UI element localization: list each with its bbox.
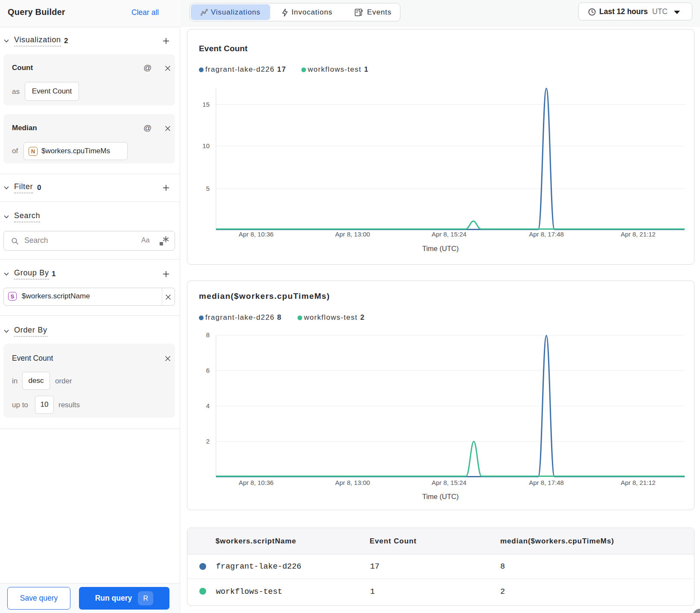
svg-text:Apr 8, 13:00: Apr 8, 13:00 <box>335 231 370 238</box>
svg-text:Apr 8, 10:36: Apr 8, 10:36 <box>239 231 274 238</box>
svg-text:Apr 8, 15:24: Apr 8, 15:24 <box>432 231 467 238</box>
svg-text:Apr 8, 21:12: Apr 8, 21:12 <box>621 479 656 486</box>
svg-text:10: 10 <box>202 142 210 149</box>
svg-text:Time (UTC): Time (UTC) <box>422 245 459 252</box>
svg-text:Time (UTC): Time (UTC) <box>422 493 459 500</box>
svg-text:8: 8 <box>206 331 210 339</box>
svg-text:Apr 8, 10:36: Apr 8, 10:36 <box>239 479 274 486</box>
svg-text:5: 5 <box>206 185 210 192</box>
svg-text:6: 6 <box>206 367 210 374</box>
svg-text:2: 2 <box>206 438 210 445</box>
svg-text:Apr 8, 15:24: Apr 8, 15:24 <box>432 479 467 486</box>
svg-text:Apr 8, 21:12: Apr 8, 21:12 <box>621 231 656 238</box>
svg-text:4: 4 <box>206 402 210 409</box>
svg-text:15: 15 <box>202 101 210 108</box>
svg-text:Apr 8, 13:00: Apr 8, 13:00 <box>335 479 370 486</box>
svg-text:Apr 8, 17:48: Apr 8, 17:48 <box>529 231 564 238</box>
svg-text:Apr 8, 17:48: Apr 8, 17:48 <box>529 479 564 486</box>
